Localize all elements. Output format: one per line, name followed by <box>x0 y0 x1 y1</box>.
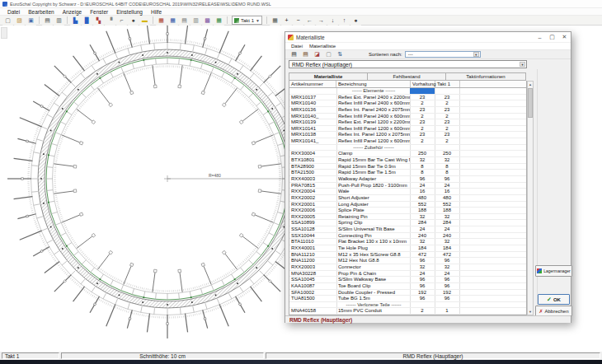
menu-item-bearbeiten[interactable]: Bearbeiten <box>24 9 58 15</box>
menu-item-einstellung[interactable]: Einstellung <box>112 9 147 15</box>
toolbar-button[interactable]: ▥ <box>54 16 64 26</box>
table-row[interactable]: BNA11210M12 x 35 Hex S/Screw G8.8472472 <box>289 252 526 259</box>
table-row[interactable]: RXX40003Walkway Adapter9696 <box>289 176 526 183</box>
menu-item-datei[interactable]: Datei <box>3 9 24 15</box>
dialog-toolbar-button[interactable]: ▢ <box>323 49 334 59</box>
table-row[interactable]: MRX10141Reflex Infill Panel 1200 x 600mm… <box>289 126 526 133</box>
close-button[interactable]: ✕ <box>558 32 571 42</box>
cell-takt1: 32 <box>435 264 459 270</box>
table-row[interactable]: SSX10044Connecting Pin240240 <box>289 233 526 240</box>
toolbar-button[interactable]: ● <box>350 16 361 26</box>
table-row[interactable]: TUA81500Tube BG 1.5m9696 <box>289 296 526 302</box>
table-row[interactable]: SSA10128S/Slim Universal Tilt Base2424 <box>289 226 526 233</box>
ok-button[interactable]: ✓ OK <box>538 294 570 305</box>
scrollbar-thumb[interactable] <box>528 88 533 118</box>
toolbar-button[interactable]: ▤ <box>179 16 190 26</box>
table-row[interactable]: MNA4015815mm PVC Conduit21 <box>289 308 526 315</box>
material-table[interactable]: ------ Elemente ------MRX10137Reflex Ext… <box>289 88 527 315</box>
toolbar-button[interactable]: ↓ <box>327 16 338 26</box>
table-row[interactable]: MRX10141_Reflex Infill Panel 1200 x 600m… <box>289 138 526 145</box>
dialog-toolbar-button[interactable]: ▤ <box>300 49 311 59</box>
toolbar-button[interactable]: ▤ <box>42 16 53 26</box>
toolbar-button[interactable]: → <box>316 16 327 26</box>
toolbar-button[interactable]: ▬ <box>139 16 150 26</box>
radius-label: R=480 <box>209 173 221 178</box>
toolbar-button[interactable]: ● <box>128 16 139 26</box>
column-header[interactable]: Bezeichnung <box>336 81 411 87</box>
table-section-row[interactable]: ------ Elemente ------ <box>289 88 526 95</box>
table-row[interactable]: BTA28900Rapid 15mm Bar Tie 0.9m88 <box>289 164 526 170</box>
toolbar-button[interactable]: + <box>281 16 292 26</box>
table-row[interactable]: RXX20005Retaining Pin3232 <box>289 214 526 221</box>
cell-artikelnummer: RXX20003 <box>291 264 336 270</box>
table-row[interactable]: BTA21500Rapid 15mm Bar Tie 1.5m88 <box>289 170 526 176</box>
toolbar-button[interactable]: ▦ <box>156 16 167 26</box>
menu-item-fenster[interactable]: Fenster <box>86 9 112 15</box>
tab-materialliste[interactable]: Materialliste <box>289 72 368 81</box>
dialog-title-bar[interactable]: Materialliste – ▢ ✕ <box>285 32 571 43</box>
dialog-menu-item-datei[interactable]: Datei <box>288 44 306 49</box>
column-header[interactable]: Vorhaltung <box>411 81 435 87</box>
table-row[interactable]: RXX20003Connector3232 <box>289 264 526 271</box>
toolbar-button[interactable]: ▦ <box>270 16 280 26</box>
dialog-toolbar-button[interactable]: ◪ <box>312 49 322 59</box>
table-row[interactable]: KAA10087Toe Board Clip9696 <box>289 283 526 290</box>
toolbar-button[interactable]: ▦ <box>167 16 178 26</box>
system-select[interactable]: RMD Reflex (Hauptlager) ▼ <box>289 60 527 68</box>
table-row[interactable]: MRX10136Reflex Int. Panel 2400 x 2075mm2… <box>289 107 526 114</box>
menu-item-anzeige[interactable]: Anzeige <box>59 9 87 15</box>
toolbar-button[interactable]: ▝ <box>105 16 115 26</box>
scroll-down-arrow[interactable]: ▼ <box>528 309 533 315</box>
dialog-menu-item-materialliste[interactable]: Materialliste <box>306 44 339 49</box>
table-row[interactable]: BTX10801Rapid 15mm Bar Tie Cast Wing Nut… <box>289 157 526 164</box>
table-row[interactable]: MRX10140Reflex Infill Panel 2400 x 600mm… <box>289 100 526 107</box>
table-scrollbar[interactable]: ▲ ▼ <box>527 81 534 315</box>
table-section-row[interactable]: ------ Verlorene Teile ------ <box>289 302 526 309</box>
toolbar-button[interactable]: ↑ <box>339 16 350 26</box>
table-row[interactable]: BTA11010Flat Bracket 130 x 130 x 10mm323… <box>289 239 526 245</box>
column-header[interactable]: Artikelnummer <box>289 81 336 87</box>
table-row[interactable]: MRX10138Reflex Int. Panel 1200 x 2075mm2… <box>289 132 526 138</box>
column-header[interactable]: Takt 1 <box>435 81 460 87</box>
maximize-button[interactable]: ▢ <box>546 32 558 42</box>
table-row[interactable]: BNA11200M12 Hex Nut G8.89696 <box>289 258 526 264</box>
table-row[interactable]: PRA70815Push-Pull Prop 1820 - 3100mm2424 <box>289 183 526 189</box>
toolbar-button[interactable]: ← <box>304 16 315 26</box>
minimize-button[interactable]: – <box>534 32 546 42</box>
table-row[interactable]: SFA10002Double Coupler - Pressed192192 <box>289 290 526 296</box>
table-row[interactable]: SSA10899Spring Clip284284 <box>289 220 526 226</box>
dialog-toolbar-button[interactable]: ⇅ <box>335 49 346 59</box>
table-row[interactable]: RXX40001Tie Hole Plug184184 <box>289 245 526 252</box>
table-section-row[interactable]: ------ Zubehör ------ <box>289 145 526 152</box>
menu-item-hilfe[interactable]: Hilfe <box>147 9 166 15</box>
tab-fehlbestand[interactable]: Fehlbestand <box>367 72 446 81</box>
table-row[interactable]: RXX20006Splice Plate188188 <box>289 208 526 214</box>
toolbar-button[interactable]: ▨ <box>14 16 25 26</box>
table-row[interactable]: MNA30228Prop Pin & Chain2424 <box>289 271 526 278</box>
toolbar-button[interactable]: ▙ <box>70 16 81 26</box>
takt-select[interactable]: Takt 1 ▼ <box>232 16 262 25</box>
table-row[interactable]: MRX10139Reflex Ext. Panel 1200 x 2200mm2… <box>289 119 526 126</box>
scroll-up-arrow[interactable]: ▲ <box>528 82 533 87</box>
lagermanager-button[interactable]: Lagermanager <box>535 265 572 277</box>
table-row[interactable]: SSA10045S/Slim Walkway Base9696 <box>289 277 526 283</box>
toolbar-button[interactable]: − <box>293 16 303 26</box>
toolbar-button[interactable]: ▉ <box>82 16 92 26</box>
table-row[interactable]: RXX20004Wale1616 <box>289 189 526 195</box>
table-row[interactable]: RXX20002Short Adjuster480480 <box>289 195 526 202</box>
toolbar-button[interactable]: ▦ <box>214 16 224 26</box>
sort-select[interactable]: --- ▼ <box>405 51 481 58</box>
table-row[interactable]: RXX30004Clamp250250 <box>289 151 526 157</box>
cell-takt1: 472 <box>435 252 459 258</box>
dialog-toolbar-button[interactable]: ▤ <box>289 49 299 59</box>
table-row[interactable]: RXX20001Long Adjuster552552 <box>289 202 526 208</box>
toolbar-button[interactable]: ▥ <box>190 16 201 26</box>
toolbar-button[interactable]: ▚ <box>93 16 104 26</box>
tab-taktinformationen[interactable]: Taktinformationen <box>445 72 526 81</box>
table-row[interactable]: MRX10140_Reflex Infill Panel 2400 x 600m… <box>289 114 526 120</box>
toolbar-button[interactable]: ⌐ <box>116 16 127 26</box>
toolbar-button[interactable]: ▢ <box>2 16 13 26</box>
toolbar-button[interactable]: ▣ <box>26 16 36 26</box>
toolbar-button[interactable]: ▩ <box>202 16 213 26</box>
table-row[interactable]: MRX10137Reflex Ext. Panel 2400 x 2200mm2… <box>289 95 526 101</box>
